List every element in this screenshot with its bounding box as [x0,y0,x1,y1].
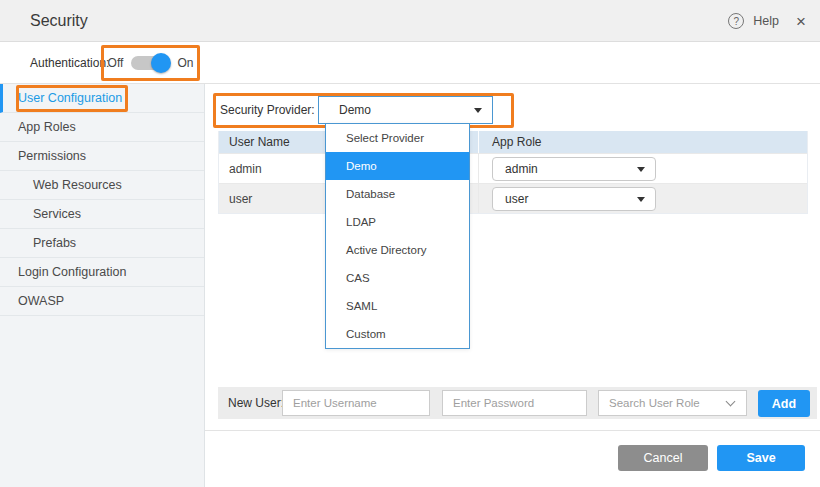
app-role-value: admin [505,162,538,176]
sidebar-item-owasp[interactable]: OWASP [0,287,204,316]
users-table: User Name App Role admin admin user user [218,131,808,214]
authentication-toggle[interactable] [131,56,169,70]
column-header-app-role: App Role [478,131,807,153]
page-title: Security [30,12,88,30]
dropdown-option-cas[interactable]: CAS [326,264,469,292]
dropdown-option-active-directory[interactable]: Active Directory [326,236,469,264]
cancel-button[interactable]: Cancel [618,445,708,471]
dropdown-option-ldap[interactable]: LDAP [326,208,469,236]
toggle-on-label: On [177,56,193,70]
caret-down-icon [474,108,482,113]
table-row-admin: admin admin [219,153,807,183]
security-provider-value: Demo [339,103,371,117]
authentication-row: Authentication: Off On [0,42,820,84]
toggle-knob [151,53,171,73]
save-button[interactable]: Save [717,445,805,471]
sidebar-item-prefabs[interactable]: Prefabs [0,229,204,258]
users-table-header: User Name App Role [219,131,807,153]
caret-down-icon [637,197,645,202]
close-icon[interactable]: × [796,13,806,30]
security-dialog: Security ? Help × Authentication: Off On… [0,0,820,487]
security-provider-label: Security Provider: [220,93,315,128]
sidebar-item-user-configuration[interactable]: User Configuration [0,84,204,113]
toggle-off-label: Off [108,56,124,70]
chevron-down-icon [726,397,736,407]
new-password-input[interactable] [442,390,587,416]
dropdown-option-select-provider[interactable]: Select Provider [326,124,469,152]
dropdown-option-custom[interactable]: Custom [326,320,469,348]
annotation-box-authentication: Off On [101,45,200,81]
user-role-placeholder: Search User Role [609,397,700,409]
help-link[interactable]: Help [753,14,779,28]
sidebar-item-permissions[interactable]: Permissions [0,142,204,171]
new-user-label: New User: [228,387,284,419]
help-icon[interactable]: ? [728,13,744,29]
caret-down-icon [637,167,645,172]
sidebar-item-login-configuration[interactable]: Login Configuration [0,258,204,287]
sidebar-item-app-roles[interactable]: App Roles [0,113,204,142]
sidebar-item-services[interactable]: Services [0,200,204,229]
app-role-select-admin[interactable]: admin [492,157,656,181]
dropdown-option-demo[interactable]: Demo [326,152,469,180]
new-username-input[interactable] [282,390,430,416]
security-provider-dropdown: Select Provider Demo Database LDAP Activ… [325,123,470,349]
user-role-search-select[interactable]: Search User Role [598,390,747,416]
dialog-header: Security ? Help × [0,0,820,42]
sidebar-item-web-resources[interactable]: Web Resources [0,171,204,200]
footer-divider [205,430,820,431]
settings-sidebar: User Configuration App Roles Permissions… [0,84,205,487]
authentication-label: Authentication: [30,42,109,84]
table-row-user: user user [219,183,807,213]
dropdown-option-database[interactable]: Database [326,180,469,208]
app-role-select-user[interactable]: user [492,187,656,211]
add-user-button[interactable]: Add [758,390,810,417]
user-configuration-panel: Security Provider: Demo Select Provider … [205,84,820,487]
header-actions: ? Help × [728,0,806,42]
dropdown-option-saml[interactable]: SAML [326,292,469,320]
security-provider-select[interactable]: Demo [318,96,493,124]
app-role-value: user [505,192,528,206]
